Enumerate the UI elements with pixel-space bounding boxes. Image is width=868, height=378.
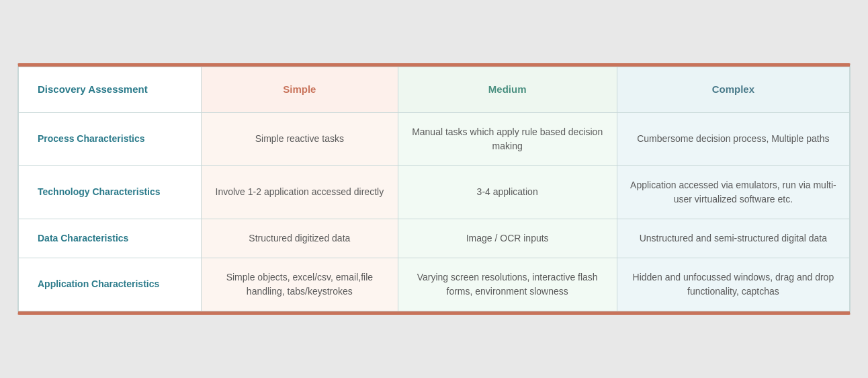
cell-simple: Simple reactive tasks (202, 112, 398, 165)
table-row: Technology CharacteristicsInvolve 1-2 ap… (19, 165, 850, 219)
cell-medium: Varying screen resolutions, interactive … (398, 258, 617, 311)
cell-complex: Unstructured and semi-structured digital… (617, 219, 849, 258)
cell-medium: Manual tasks which apply rule based deci… (398, 112, 617, 165)
cell-complex: Application accessed via emulators, run … (617, 165, 849, 219)
header-discovery: Discovery Assessment (19, 67, 202, 113)
table-container: Discovery Assessment Simple Medium Compl… (17, 63, 851, 315)
table-row: Application CharacteristicsSimple object… (19, 258, 850, 311)
cell-complex: Hidden and unfocussed windows, drag and … (617, 258, 849, 311)
table-row: Process CharacteristicsSimple reactive t… (19, 112, 850, 165)
row-label: Application Characteristics (19, 258, 202, 311)
header-complex: Complex (617, 67, 849, 113)
page-wrapper: Discovery Assessment Simple Medium Compl… (0, 0, 868, 378)
header-medium: Medium (398, 67, 617, 113)
cell-medium: 3-4 application (398, 165, 617, 219)
header-row: Discovery Assessment Simple Medium Compl… (19, 67, 850, 113)
table-row: Data CharacteristicsStructured digitized… (19, 219, 850, 258)
cell-simple: Involve 1-2 application accessed directl… (202, 165, 398, 219)
row-label: Technology Characteristics (19, 165, 202, 219)
header-simple: Simple (202, 67, 398, 113)
row-label: Data Characteristics (19, 219, 202, 258)
cell-simple: Structured digitized data (202, 219, 398, 258)
cell-simple: Simple objects, excel/csv, email,file ha… (202, 258, 398, 311)
assessment-table: Discovery Assessment Simple Medium Compl… (18, 67, 850, 311)
cell-complex: Cumbersome decision process, Multiple pa… (617, 112, 849, 165)
row-label: Process Characteristics (19, 112, 202, 165)
cell-medium: Image / OCR inputs (398, 219, 617, 258)
